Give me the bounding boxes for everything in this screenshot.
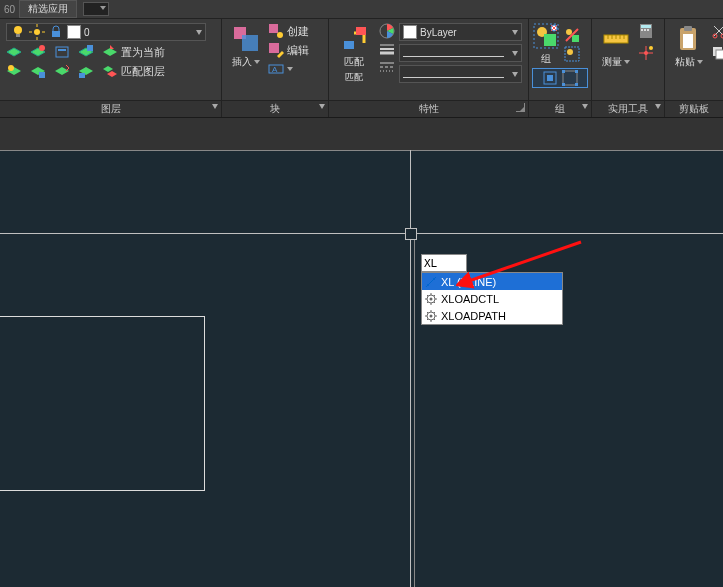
- lineweight-dropdown[interactable]: ByLayer: [399, 44, 522, 62]
- svg-line-89: [434, 319, 435, 320]
- svg-point-61: [649, 46, 653, 50]
- edit-block-button[interactable]: 编辑: [268, 42, 309, 58]
- match-props-button[interactable]: 匹配 匹配: [335, 23, 373, 96]
- svg-rect-14: [79, 73, 85, 78]
- svg-text:A: A: [272, 65, 278, 74]
- lightbulb-icon: [10, 24, 26, 40]
- panel-clip-title[interactable]: 剪贴板: [665, 100, 723, 117]
- layer-btn-2-icon[interactable]: [30, 44, 46, 60]
- props-linetype-icon[interactable]: [379, 59, 395, 75]
- paste-button[interactable]: 粘贴: [671, 23, 707, 96]
- util-point-icon[interactable]: [638, 45, 654, 61]
- insert-button[interactable]: 插入: [228, 23, 264, 96]
- chevron-down-icon: [624, 60, 630, 64]
- svg-rect-57: [647, 29, 649, 31]
- props-color-wheel-icon[interactable]: [379, 23, 395, 39]
- svg-rect-41: [547, 75, 553, 81]
- measure-button[interactable]: 测量: [598, 23, 634, 96]
- layer-btn-3-icon[interactable]: [54, 44, 70, 60]
- linetype-preview: [403, 77, 504, 78]
- panel-util: 测量 实用工具: [592, 19, 665, 117]
- dialog-launcher-icon[interactable]: [516, 103, 525, 112]
- crosshair-vertical: [410, 150, 411, 587]
- svg-rect-10: [58, 49, 66, 51]
- drawing-canvas[interactable]: XL XL (XLINE) XLOADCTL XLOADPATH 西: [0, 150, 723, 587]
- svg-point-2: [34, 29, 40, 35]
- menubar: 60 精选应用: [0, 0, 723, 19]
- layer-btn-4-icon[interactable]: [78, 44, 94, 60]
- svg-rect-33: [544, 34, 556, 46]
- sun-icon: [29, 24, 45, 40]
- ungroup-icon[interactable]: [564, 27, 580, 43]
- group-button[interactable]: 组: [532, 22, 560, 66]
- menubar-tab[interactable]: 精选应用: [19, 0, 77, 18]
- autocomplete-item[interactable]: XLOADCTL: [422, 290, 562, 307]
- color-dropdown[interactable]: ByLayer: [399, 23, 522, 41]
- xline-icon: [425, 276, 437, 288]
- autocomplete-item[interactable]: XLOADPATH: [422, 307, 562, 324]
- ribbon: 0 置为当前: [0, 19, 723, 118]
- panel-group-title[interactable]: 组: [529, 100, 591, 117]
- svg-line-88: [427, 312, 428, 313]
- menubar-left-num: 60: [0, 4, 19, 15]
- svg-rect-46: [575, 83, 578, 86]
- panel-util-title[interactable]: 实用工具: [592, 100, 664, 117]
- edit-attr-icon: A: [268, 61, 284, 77]
- svg-rect-16: [242, 35, 258, 51]
- props-lineweight-icon[interactable]: [379, 41, 395, 57]
- chevron-down-icon: [512, 51, 518, 56]
- chevron-down-icon: [212, 104, 218, 109]
- svg-rect-44: [575, 70, 578, 73]
- svg-line-78: [427, 295, 428, 296]
- insert-icon: [232, 25, 260, 53]
- chevron-down-icon: [512, 72, 518, 77]
- chevron-down-icon: [287, 67, 293, 71]
- svg-rect-19: [269, 43, 279, 53]
- layer-btn-6-icon[interactable]: [30, 63, 46, 79]
- color-swatch: [403, 25, 417, 39]
- panel-props-title[interactable]: 特性: [329, 100, 528, 117]
- svg-line-90: [427, 319, 428, 320]
- panel-block-title[interactable]: 块: [222, 100, 328, 117]
- svg-line-80: [427, 302, 428, 303]
- crosshair-horizontal: [0, 233, 723, 234]
- autocomplete-item[interactable]: XL (XLINE): [422, 273, 562, 290]
- svg-point-35: [566, 29, 572, 35]
- layer-btn-7-icon[interactable]: [54, 63, 70, 79]
- util-calc-icon[interactable]: [638, 23, 654, 39]
- gear-icon: [425, 310, 437, 322]
- group-bbox-icon[interactable]: [562, 70, 578, 86]
- layer-dropdown[interactable]: 0: [6, 23, 206, 41]
- menubar-dropdown[interactable]: [83, 2, 109, 16]
- svg-line-81: [434, 295, 435, 296]
- layer-btn-1-icon[interactable]: [6, 44, 22, 60]
- set-current-icon: [102, 44, 118, 60]
- panel-layer-title[interactable]: 图层: [0, 100, 221, 117]
- svg-rect-11: [87, 45, 93, 51]
- svg-rect-43: [562, 70, 565, 73]
- command-input[interactable]: XL: [421, 254, 467, 272]
- cut-icon[interactable]: [711, 23, 723, 39]
- chevron-down-icon: [319, 104, 325, 109]
- group-icon: [532, 22, 560, 50]
- edit-attr-button[interactable]: A: [268, 61, 309, 77]
- svg-rect-13: [39, 72, 45, 78]
- linetype-dropdown[interactable]: ByLayer: [399, 65, 522, 83]
- svg-point-83: [430, 314, 433, 317]
- match-layer-icon: [102, 63, 118, 79]
- match-layer-label: 匹配图层: [121, 64, 165, 79]
- layer-btn-8-icon[interactable]: [78, 63, 94, 79]
- create-block-button[interactable]: 创建: [268, 23, 309, 39]
- svg-rect-36: [572, 35, 579, 42]
- layer-match-button[interactable]: 匹配图层: [102, 63, 165, 79]
- svg-line-79: [434, 302, 435, 303]
- group-sel-icon[interactable]: [542, 70, 558, 86]
- layer-set-current-button[interactable]: 置为当前: [102, 44, 165, 60]
- gear-icon: [425, 293, 437, 305]
- copy-icon[interactable]: [711, 45, 723, 61]
- svg-rect-42: [563, 71, 577, 85]
- svg-point-8: [39, 45, 45, 51]
- group-edit-icon[interactable]: [564, 46, 580, 62]
- layer-btn-5-icon[interactable]: [6, 63, 22, 79]
- lock-icon: [48, 24, 64, 40]
